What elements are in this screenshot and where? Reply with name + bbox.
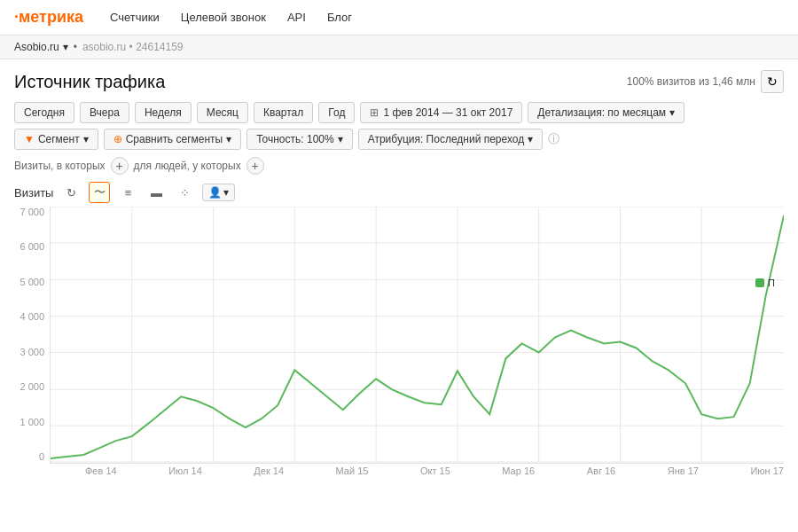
compare-label: Сравнить сегменты — [126, 133, 223, 145]
x-label-jul14: Июл 14 — [168, 466, 202, 476]
today-button[interactable]: Сегодня — [14, 102, 74, 123]
toolbar-row-2: ▼ Сегмент ▾ ⊕ Сравнить сегменты ▾ Точнос… — [14, 129, 784, 150]
visits-filter-connector: для людей, у которых — [134, 160, 241, 172]
visits-filter-label: Визиты, в которых — [14, 160, 106, 172]
chart-plot-area: П Фев 14 Июл 14 Дек 14 Май 15 Окт 15 Мар… — [50, 207, 784, 476]
compare-chevron-icon: ▾ — [226, 133, 231, 145]
chevron-down-icon: ▾ — [669, 106, 675, 119]
header-right: 100% визитов из 1,46 млн ↻ — [627, 70, 784, 93]
x-label-dec14: Дек 14 — [254, 466, 284, 476]
add-visit-condition-button[interactable]: + — [111, 157, 129, 175]
bar-chart-button[interactable]: ▬ — [145, 182, 167, 203]
compare-icon: ⊕ — [113, 133, 122, 145]
year-button[interactable]: Год — [318, 102, 355, 123]
visits-percent-label: 100% визитов из 1,46 млн — [627, 75, 755, 88]
add-person-condition-button[interactable]: + — [246, 157, 264, 175]
x-axis: Фев 14 Июл 14 Дек 14 Май 15 Окт 15 Мар 1… — [50, 464, 784, 476]
y-label-0: 0 — [14, 451, 44, 462]
site-selector[interactable]: Asobio.ru ▾ — [14, 41, 68, 53]
y-label-3000: 3 000 — [14, 347, 44, 357]
attribution-chevron-icon: ▾ — [528, 133, 533, 145]
calendar-icon: ⊞ — [370, 106, 379, 119]
nav-api[interactable]: API — [287, 11, 306, 24]
x-label-oct15: Окт 15 — [420, 466, 450, 476]
chart-legend: П — [755, 278, 775, 288]
chart-svg-container: П — [50, 207, 784, 464]
date-range-picker[interactable]: ⊞ 1 фев 2014 — 31 окт 2017 — [360, 102, 522, 123]
y-label-1000: 1 000 — [14, 417, 44, 427]
detail-label: Детализация: по месяцам — [537, 106, 666, 119]
y-label-4000: 4 000 — [14, 311, 44, 322]
y-label-7000: 7 000 — [14, 207, 44, 217]
refresh-chart-button[interactable]: ↻ — [60, 182, 82, 203]
area-chart-button[interactable]: ≡ — [117, 182, 138, 203]
chart-svg — [51, 207, 784, 463]
yesterday-button[interactable]: Вчера — [80, 102, 129, 123]
compare-button[interactable]: ⊕ Сравнить сегменты ▾ — [104, 129, 242, 150]
breadcrumb: Asobio.ru ▾ • asobio.ru • 24614159 — [0, 35, 798, 59]
nav-items: Счетчики Целевой звонок API Блог — [110, 11, 352, 24]
chart-header: Визиты ↻ 〜 ≡ ▬ ⁘ 👤 ▾ — [14, 182, 784, 203]
x-label-may15: Май 15 — [336, 466, 369, 476]
x-label-jun17: Июн 17 — [750, 466, 784, 476]
attribution-label: Атрибуция: Последний переход — [368, 133, 525, 145]
segment-label: Сегмент — [38, 133, 80, 145]
legend-color-dot — [755, 278, 764, 287]
line-chart-button[interactable]: 〜 — [89, 182, 110, 203]
toolbar-row-1: Сегодня Вчера Неделя Месяц Квартал Год ⊞… — [14, 102, 784, 123]
info-icon[interactable]: ⓘ — [548, 131, 559, 147]
legend-label: П — [768, 278, 775, 288]
accuracy-label: Точность: 100% — [256, 133, 333, 145]
quarter-button[interactable]: Квартал — [254, 102, 313, 123]
accuracy-button[interactable]: Точность: 100% ▾ — [246, 129, 352, 150]
date-range-label: 1 фев 2014 — 31 окт 2017 — [383, 106, 512, 119]
breadcrumb-separator: • — [74, 41, 77, 53]
filter-icon: ▼ — [24, 133, 35, 145]
attribution-button[interactable]: Атрибуция: Последний переход ▾ — [358, 129, 544, 150]
chart-container: 7 000 6 000 5 000 4 000 3 000 2 000 1 00… — [14, 207, 784, 476]
nav-call[interactable]: Целевой звонок — [181, 11, 266, 24]
top-nav: ·метрика Счетчики Целевой звонок API Бло… — [0, 0, 798, 35]
month-button[interactable]: Месяц — [197, 102, 248, 123]
segment-button[interactable]: ▼ Сегмент ▾ — [14, 129, 98, 150]
nav-blog[interactable]: Блог — [327, 11, 352, 24]
y-label-5000: 5 000 — [14, 277, 44, 287]
y-label-6000: 6 000 — [14, 241, 44, 252]
visits-filter-row: Визиты, в которых + для людей, у которых… — [14, 157, 784, 175]
logo: ·метрика — [14, 8, 83, 27]
more-chevron-icon: ▾ — [223, 186, 229, 199]
page-title: Источник трафика — [14, 72, 165, 92]
segment-chevron-icon: ▾ — [83, 133, 89, 145]
x-label-mar16: Мар 16 — [502, 466, 535, 476]
chart-title: Визиты — [14, 186, 53, 200]
accuracy-chevron-icon: ▾ — [338, 133, 343, 145]
week-button[interactable]: Неделя — [135, 102, 192, 123]
detail-button[interactable]: Детализация: по месяцам ▾ — [528, 102, 685, 123]
y-label-2000: 2 000 — [14, 381, 44, 392]
nav-counters[interactable]: Счетчики — [110, 11, 160, 24]
main-content: Источник трафика 100% визитов из 1,46 мл… — [0, 59, 798, 476]
x-label-jan17: Янв 17 — [668, 466, 699, 476]
more-chart-options-button[interactable]: 👤 ▾ — [202, 184, 235, 201]
page-header: Источник трафика 100% визитов из 1,46 мл… — [14, 70, 784, 93]
scatter-chart-button[interactable]: ⁘ — [174, 182, 195, 203]
x-label-feb14: Фев 14 — [85, 466, 117, 476]
refresh-button[interactable]: ↻ — [761, 70, 784, 93]
y-axis: 7 000 6 000 5 000 4 000 3 000 2 000 1 00… — [14, 207, 50, 464]
site-id: asobio.ru • 24614159 — [82, 41, 184, 53]
avatar-icon: 👤 — [208, 186, 222, 199]
x-label-aug16: Авг 16 — [587, 466, 615, 476]
